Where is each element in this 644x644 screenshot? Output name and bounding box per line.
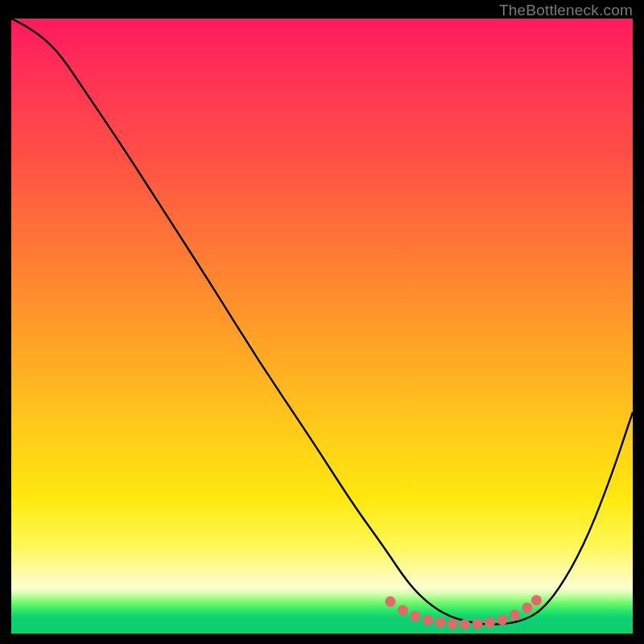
valley-dot bbox=[497, 615, 507, 625]
valley-dots bbox=[385, 595, 541, 630]
valley-dot bbox=[448, 618, 458, 629]
valley-dot bbox=[435, 617, 445, 628]
valley-dot bbox=[410, 611, 420, 621]
valley-dot bbox=[385, 597, 395, 607]
valley-dot bbox=[398, 605, 408, 616]
chart-frame: TheBottleneck.com bbox=[0, 0, 644, 644]
chart-svg bbox=[11, 19, 633, 634]
line-series bbox=[11, 19, 633, 625]
valley-dot bbox=[510, 610, 520, 621]
plot-area bbox=[11, 19, 633, 634]
valley-dot bbox=[485, 617, 495, 628]
valley-dot bbox=[460, 619, 470, 630]
watermark-text: TheBottleneck.com bbox=[499, 2, 633, 19]
valley-dot bbox=[473, 618, 483, 629]
valley-dot bbox=[522, 602, 532, 613]
valley-dot bbox=[531, 595, 542, 605]
curve-path bbox=[11, 19, 633, 625]
valley-dot bbox=[423, 615, 433, 625]
